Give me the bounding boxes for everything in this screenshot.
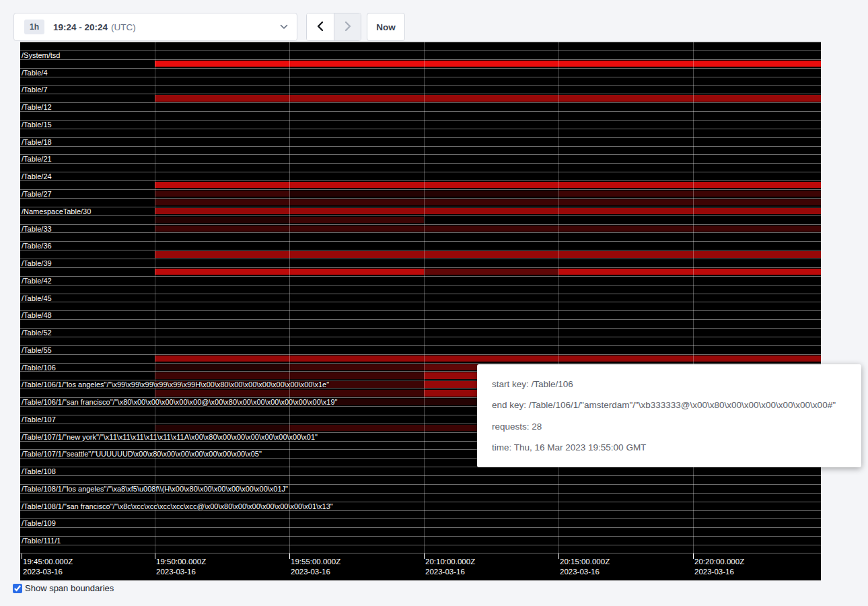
heatmap-cell[interactable] [424, 208, 558, 214]
heatmap-cell[interactable] [289, 251, 424, 257]
heatmap-cell[interactable] [424, 182, 558, 188]
heatmap-cell[interactable] [289, 217, 424, 223]
span-boundary-line [20, 250, 821, 250]
heatmap-cell[interactable] [155, 390, 289, 396]
heatmap-cell[interactable] [693, 269, 821, 275]
axis-label: 19:55:00.000Z2023-03-16 [291, 557, 340, 577]
heatmap-cell[interactable] [424, 199, 558, 205]
row-label: /Table/107/1/"seattle"/"UUUUUUD\x00\x80\… [22, 450, 262, 458]
heatmap-cell[interactable] [155, 61, 289, 67]
heatmap-cell[interactable] [155, 95, 289, 101]
heatmap-cell[interactable] [558, 356, 693, 362]
row-label: /Table/45 [22, 294, 52, 302]
heatmap-cell[interactable] [289, 182, 424, 188]
heatmap-cell[interactable] [558, 61, 693, 67]
heatmap-cell[interactable] [289, 364, 424, 370]
heatmap-cell[interactable] [289, 191, 424, 197]
heatmap-cell[interactable] [289, 199, 424, 205]
span-boundary-line [20, 85, 821, 86]
heatmap-cell[interactable] [424, 95, 558, 101]
span-boundary-line [20, 180, 821, 181]
heatmap-cell[interactable] [424, 356, 558, 362]
show-span-boundaries-control[interactable]: Show span boundaries [13, 583, 114, 593]
heatmap-cell[interactable] [289, 269, 424, 275]
span-boundary-line [20, 215, 821, 216]
axis-date-text: 2023-03-16 [694, 567, 744, 577]
heatmap-cell[interactable] [424, 226, 558, 232]
key-visualizer-heatmap[interactable]: /System/tsd/Table/4/Table/7/Table/12/Tab… [20, 42, 821, 580]
time-range-text: 19:24 - 20:24 [53, 22, 108, 32]
heatmap-cell[interactable] [424, 61, 558, 67]
heatmap-cell[interactable] [558, 95, 693, 101]
row-label: /Table/106/1/"san francisco"/"\x80\x00\x… [22, 398, 338, 406]
heatmap-cell[interactable] [289, 208, 424, 214]
heatmap-cell[interactable] [558, 269, 693, 275]
span-boundary-line [20, 345, 821, 346]
axis-tick [693, 553, 694, 559]
heatmap-cell[interactable] [693, 95, 821, 101]
heatmap-cell[interactable] [424, 191, 558, 197]
span-boundary-line [20, 137, 821, 138]
column-boundary-line [693, 42, 694, 553]
heatmap-cell[interactable] [289, 372, 424, 378]
heatmap-cell[interactable] [693, 191, 821, 197]
heatmap-cell[interactable] [558, 208, 693, 214]
heatmap-cell[interactable] [155, 191, 289, 197]
heatmap-cell[interactable] [693, 208, 821, 214]
heatmap-cell[interactable] [424, 251, 558, 257]
heatmap-cell[interactable] [693, 182, 821, 188]
span-boundary-line [20, 518, 821, 519]
heatmap-cell[interactable] [693, 356, 821, 362]
heatmap-cell[interactable] [558, 199, 693, 205]
heatmap-cell[interactable] [289, 95, 424, 101]
heatmap-cell[interactable] [155, 372, 289, 378]
heatmap-cell[interactable] [155, 226, 289, 232]
heatmap-cell[interactable] [558, 191, 693, 197]
heatmap-cell[interactable] [155, 425, 289, 431]
time-nav-group [306, 13, 361, 41]
heatmap-cell[interactable] [155, 356, 289, 362]
heatmap-cell[interactable] [693, 251, 821, 257]
show-span-boundaries-checkbox[interactable] [13, 584, 22, 593]
heatmap-cell[interactable] [155, 217, 289, 223]
span-boundary-line [20, 77, 821, 77]
heatmap-cell[interactable] [289, 356, 424, 362]
heatmap-cell[interactable] [155, 364, 289, 370]
span-boundary-line [20, 241, 821, 242]
span-boundary-line [20, 111, 821, 112]
row-label: /Table/36 [22, 242, 52, 250]
time-range-dropdown[interactable]: 1h 19:24 - 20:24 (UTC) [13, 13, 297, 41]
heatmap-cell[interactable] [289, 226, 424, 232]
row-label: /Table/18 [22, 138, 52, 146]
now-button[interactable]: Now [367, 13, 405, 41]
span-boundary-line [20, 50, 821, 51]
row-label: /Table/108/1/"los angeles"/"\xa8\xf5\u00… [22, 485, 288, 493]
span-boundary-line [20, 354, 821, 355]
axis-date-text: 2023-03-16 [425, 567, 475, 577]
heatmap-cell[interactable] [155, 269, 289, 275]
heatmap-cell[interactable] [155, 199, 289, 205]
heatmap-cell[interactable] [693, 61, 821, 67]
heatmap-cell[interactable] [155, 208, 289, 214]
heatmap-cell[interactable] [558, 251, 693, 257]
heatmap-cell[interactable] [155, 251, 289, 257]
axis-tick [22, 553, 22, 559]
span-boundary-line [20, 232, 821, 233]
heatmap-cell[interactable] [424, 269, 558, 275]
axis-time-text: 19:45:00.000Z [23, 557, 73, 567]
axis-time-text: 19:50:00.000Z [156, 557, 206, 567]
heatmap-cell[interactable] [693, 226, 821, 232]
heatmap-cell[interactable] [155, 182, 289, 188]
heatmap-cell[interactable] [558, 226, 693, 232]
axis-label: 20:10:00.000Z2023-03-16 [425, 557, 475, 577]
heatmap-cell[interactable] [693, 199, 821, 205]
heatmap-cell[interactable] [289, 390, 424, 396]
prev-time-button[interactable] [307, 13, 334, 40]
heatmap-cell[interactable] [289, 425, 424, 431]
row-label: /Table/106/1/"los angeles"/"\x99\x99\x99… [22, 380, 329, 389]
tooltip-line: time: Thu, 16 Mar 2023 19:55:00 GMT [492, 442, 846, 452]
span-boundary-line [20, 363, 821, 364]
heatmap-cell[interactable] [558, 182, 693, 188]
next-time-button[interactable] [334, 13, 361, 40]
heatmap-cell[interactable] [289, 61, 424, 67]
